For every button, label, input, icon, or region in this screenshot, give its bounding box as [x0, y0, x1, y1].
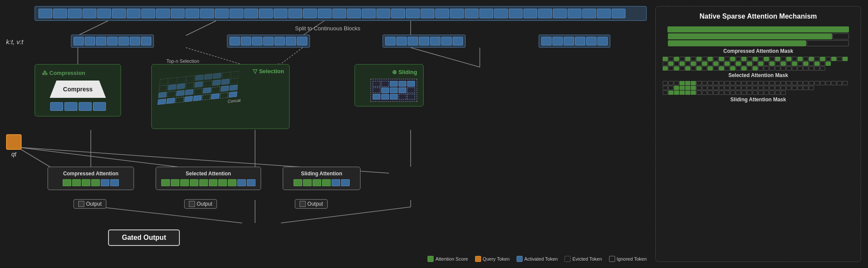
legend-ignored-token-label: Ignored Token [617, 256, 647, 262]
slm-empty [736, 86, 741, 90]
sm-empty [724, 57, 730, 61]
compressed-attention-box: Compressed Attention [48, 167, 134, 190]
sm-cell [691, 61, 696, 66]
slm-empty [753, 86, 758, 90]
3d-cell-dashed [177, 76, 186, 82]
seq-cell [538, 9, 552, 18]
sm-empty [803, 57, 808, 61]
slm-empty [724, 90, 730, 95]
slm-empty [775, 86, 780, 90]
slm-empty [826, 81, 831, 85]
sm-cell [758, 61, 763, 66]
seq-cell [568, 9, 581, 18]
sm-cell [685, 66, 690, 71]
slm-cell [685, 81, 690, 85]
sm-empty [758, 66, 763, 71]
selected-mask-section: Selected Attention Mask [663, 57, 854, 78]
comp-cell [50, 102, 63, 111]
sliding-icon: ⊕ [392, 69, 397, 75]
sm-cell [747, 61, 752, 66]
seq-cell [406, 9, 420, 18]
sm-empty [741, 61, 747, 66]
sm-cell [719, 57, 724, 61]
legend: Attention Score Query Token Activated To… [428, 253, 647, 262]
slm-empty [814, 81, 820, 85]
compressed-row-3 [668, 40, 806, 46]
svg-line-21 [281, 207, 411, 223]
sl-cell-blue [399, 81, 406, 87]
sm-empty [691, 66, 696, 71]
sl-cell-blue [390, 87, 398, 93]
block-cell [230, 37, 240, 45]
slm-empty [663, 90, 668, 95]
sm-empty [803, 66, 808, 71]
attn-cell [199, 179, 208, 186]
sl-cell-dashed [399, 94, 406, 100]
3d-cell-dashed [220, 92, 229, 98]
sl-cell-dashed [373, 87, 380, 93]
attn-cell [63, 179, 71, 186]
selection-icon: ▽ [253, 68, 257, 74]
sm-empty [736, 66, 741, 71]
sm-cell [741, 57, 747, 61]
sl-cell-blue [390, 81, 398, 87]
blocks-row [35, 35, 647, 48]
slm-empty [674, 81, 679, 85]
sliding-section: ⊕ Sliding [354, 64, 424, 107]
selected-mask-label: Selected Attention Mask [663, 72, 854, 78]
sm-cell [719, 66, 724, 71]
slm-empty [831, 81, 836, 85]
slm-empty [786, 81, 791, 85]
slm-empty [775, 90, 780, 95]
legend-blue-icon [517, 256, 523, 262]
sm-cell [826, 61, 831, 66]
sm-cell [753, 57, 758, 61]
compressed-mask-grid [663, 26, 854, 46]
3d-cell-blue [157, 99, 166, 105]
3d-cell-blue [220, 86, 229, 92]
compress-button: Compress [50, 81, 106, 98]
slm-empty [730, 81, 735, 85]
output-box-2: Output [184, 199, 217, 209]
selected-attention-title: Selected Attention [186, 171, 231, 177]
output-row: Output Output Output [73, 199, 328, 209]
sm-empty [769, 57, 775, 61]
compressed-row-empty [807, 40, 849, 46]
3d-cell-dashed [203, 81, 212, 87]
svg-line-18 [99, 207, 242, 223]
sliding-mask-grid [663, 81, 854, 95]
slm-cell [691, 81, 696, 85]
sm-cell [663, 57, 668, 61]
seq-cell [53, 9, 67, 18]
block-cell [297, 37, 307, 45]
attn-cell [322, 179, 331, 186]
legend-evicted-token: Evicted Token [565, 256, 602, 262]
compressed-row-empty [833, 33, 849, 39]
selected-attention-box: Selected Attention [156, 167, 261, 190]
seq-cell [450, 9, 464, 18]
gated-output-box: Gated Output [108, 229, 180, 246]
block-cell [263, 37, 274, 45]
3d-cell-blue [168, 84, 176, 90]
slm-cell [668, 90, 673, 95]
slm-empty [730, 86, 735, 90]
slm-empty [696, 81, 702, 85]
3d-cell-dashed [222, 72, 230, 78]
slm-empty [663, 86, 668, 90]
slm-empty [702, 81, 707, 85]
kv-label: k:t, v:t [6, 38, 23, 45]
slm-empty [769, 81, 775, 85]
seq-cell [185, 9, 199, 18]
3d-cell-blue [184, 96, 193, 102]
3d-cell-blue [176, 90, 185, 96]
sm-cell [786, 57, 791, 61]
attn-cell [171, 179, 179, 186]
slm-empty [769, 86, 775, 90]
comp-cell [93, 102, 106, 111]
sm-cell [781, 61, 786, 66]
seq-cell [332, 9, 346, 18]
slm-empty [747, 81, 752, 85]
3d-cell-dashed [212, 87, 220, 93]
compressed-mask-label: Compressed Attention Mask [663, 48, 854, 54]
legend-query-token-label: Query Token [483, 256, 510, 262]
